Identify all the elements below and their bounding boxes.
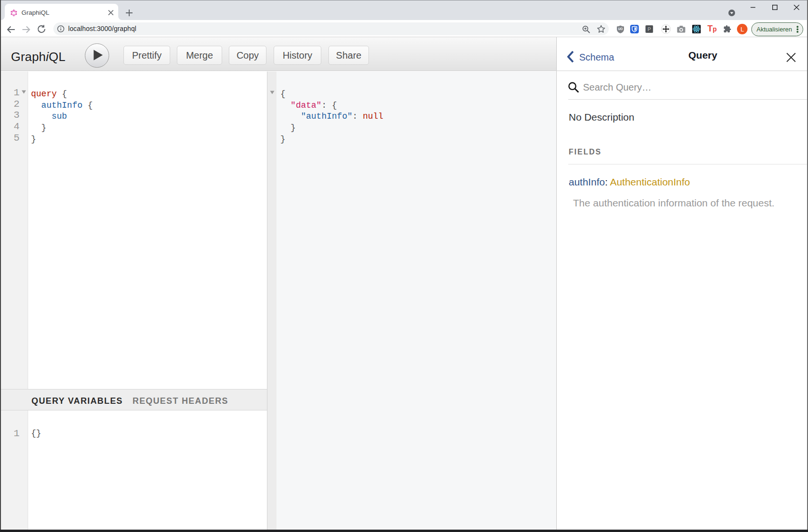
svg-text:P: P xyxy=(647,26,651,32)
svg-text:UO: UO xyxy=(618,27,623,31)
svg-text:L: L xyxy=(740,26,744,33)
